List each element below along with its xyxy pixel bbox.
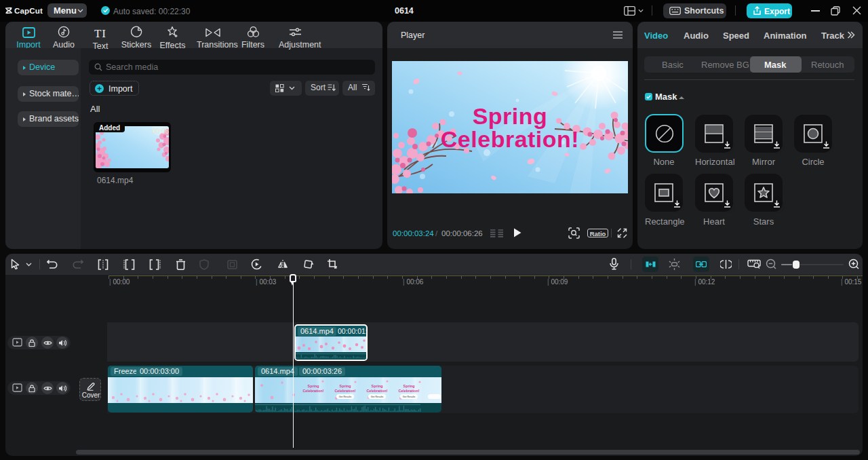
svg-text:Celebration!: Celebration!: [303, 389, 324, 393]
svg-text:Spring: Spring: [340, 384, 351, 388]
svg-text:Celebration!: Celebration!: [441, 126, 579, 152]
svg-text:Spring: Spring: [308, 384, 319, 388]
svg-text:Spring: Spring: [403, 384, 415, 388]
svg-text:Get Results: Get Results: [403, 396, 416, 398]
svg-text:Celebration!: Celebration!: [335, 389, 356, 393]
svg-text:Get Results: Get Results: [371, 396, 384, 398]
svg-text:Spring: Spring: [372, 384, 383, 388]
svg-text:Spring: Spring: [473, 103, 548, 129]
svg-text:Celebration!: Celebration!: [367, 389, 388, 393]
svg-text:Get Results: Get Results: [339, 396, 352, 398]
svg-text:Celebration!: Celebration!: [399, 389, 420, 393]
